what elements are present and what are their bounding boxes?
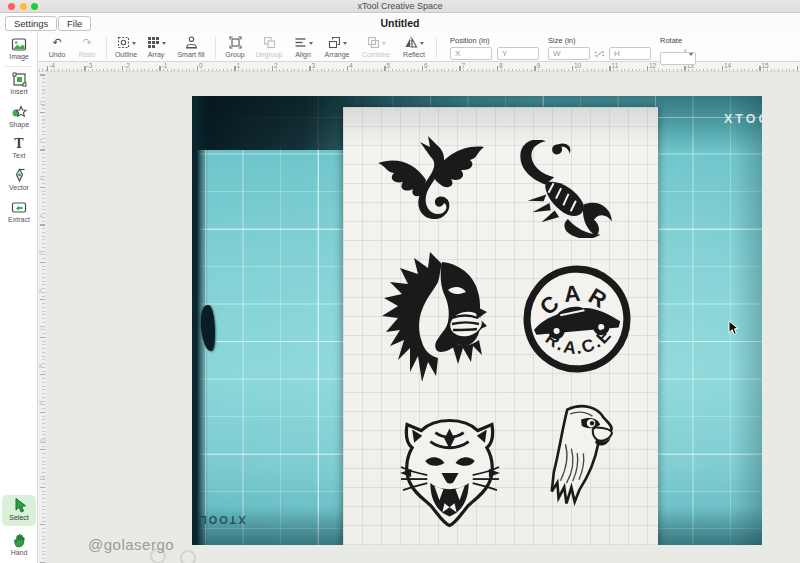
undo-icon: ↶ [52,37,61,48]
window-titlebar: xTool Creative Space [0,0,800,13]
canvas-area[interactable]: -4-3-2-1012345678910111213141516 1234567… [38,62,800,563]
maximize-window-button[interactable] [31,3,38,10]
ruler-tick-label: 5 [387,62,391,69]
design-eagle[interactable] [534,402,616,512]
link-dimensions-icon[interactable] [595,49,604,59]
hand-icon [12,533,27,548]
redo-button[interactable]: ↷ Redo [72,36,102,58]
sidebar-item-vector[interactable]: Vector [0,168,38,191]
settings-button[interactable]: Settings [5,16,57,31]
chevron-down-icon [309,42,313,45]
combine-button[interactable]: Combine [356,36,396,58]
image-icon [11,37,27,52]
chevron-down-icon [382,42,386,45]
ruler-tick-label: 3 [39,175,42,181]
ruler-tick-label: -2 [124,62,130,69]
outline-button[interactable]: Outline [111,36,141,58]
shape-icon [11,105,27,120]
ruler-tick-label: 6 [424,62,428,69]
v-ruler: 1234567891011 [38,72,45,563]
arrange-button[interactable]: Arrange [318,36,356,58]
redo-icon: ↷ [82,37,91,48]
ruler-tick-label: -4 [49,62,55,69]
vector-pen-icon [12,168,27,183]
align-button[interactable]: Align [288,36,318,58]
ruler-tick-label: 4 [39,213,42,219]
sidebar: Image Insert Shape T Text Vector [0,33,38,563]
chevron-down-icon[interactable] [689,53,693,56]
design-dragon[interactable] [376,134,486,244]
watermark: @golasergo [88,536,174,553]
design-tiger[interactable] [397,416,503,530]
ruler-tick-label: 2 [274,62,278,69]
degree-suffix: ° [684,48,687,57]
workspace-camera-photo[interactable]: XTOOL XTOOL [192,96,762,545]
chevron-down-icon [420,42,424,45]
smart-fill-button[interactable]: Smart fill [171,36,211,58]
chevron-down-icon [343,42,347,45]
smart-fill-icon [185,36,198,49]
array-button[interactable]: Array [141,36,171,58]
ruler-tick-label: 1 [237,62,241,69]
reflect-icon [404,36,418,49]
ruler-tick-label: 9 [537,62,541,69]
sidebar-item-image[interactable]: Image [0,37,38,60]
position-x-input[interactable] [450,47,492,60]
reflect-button[interactable]: Reflect [396,36,432,58]
combine-icon [367,36,380,49]
ungroup-button[interactable]: Ungroup [250,36,288,58]
traffic-lights [8,3,38,10]
ruler-tick-label: 2 [39,138,42,144]
ruler-tick-label: 6 [39,288,42,294]
close-window-button[interactable] [8,3,15,10]
ruler-tick-label: 0 [199,62,203,69]
group-button[interactable]: Group [220,36,250,58]
position-label: Position (in) [450,36,539,45]
ruler-tick-label: 12 [649,62,656,69]
sidebar-item-extract[interactable]: Extract [0,200,38,223]
ruler-tick-label: -1 [162,62,168,69]
ruler-tick-label: 9 [39,400,42,406]
mouse-cursor-icon [728,320,739,336]
ruler-tick-label: 11 [612,62,619,69]
group-icon [229,36,242,49]
sidebar-item-shape[interactable]: Shape [0,105,38,128]
menubar: Settings File Untitled [0,14,800,33]
text-tool-icon: T [14,137,23,151]
toolbar-separator [436,37,437,59]
size-field-group: Size (in) [548,36,651,60]
sidebar-item-hand[interactable]: Hand [0,533,38,556]
ruler-tick-label: 8 [499,62,503,69]
design-lion[interactable] [382,250,500,392]
sidebar-divider [5,66,32,67]
file-button[interactable]: File [58,16,91,31]
ruler-tick-label: 15 [762,62,769,69]
watermark-decoration [180,550,196,563]
position-y-input[interactable] [497,47,539,60]
sidebar-item-text[interactable]: T Text [0,137,38,159]
sidebar-item-insert[interactable]: Insert [0,72,38,95]
size-w-input[interactable] [548,47,590,60]
ungroup-icon [263,36,276,49]
ruler-tick-label: 10 [574,62,581,69]
ruler-tick-label: 1 [39,100,42,106]
size-h-input[interactable] [609,47,651,60]
array-icon [147,36,160,49]
rotate-label: Rotate [660,36,696,45]
toolbar-separator [215,37,216,59]
outline-icon [117,36,130,49]
chevron-down-icon [162,42,166,45]
ruler-tick-label: 3 [312,62,316,69]
size-label: Size (in) [548,36,651,45]
insert-icon [12,72,27,87]
chevron-down-icon [132,42,136,45]
arrange-icon [328,36,341,49]
design-car-race-badge[interactable]: CAR R.A.C.E [522,264,632,374]
design-scorpion[interactable] [501,140,619,238]
sidebar-item-select[interactable]: Select [2,495,36,526]
toolbar-separator [106,37,107,59]
minimize-window-button[interactable] [20,3,27,10]
undo-button[interactable]: ↶ Undo [42,36,72,58]
extract-icon [11,200,27,215]
ruler-tick-label: 14 [724,62,731,69]
